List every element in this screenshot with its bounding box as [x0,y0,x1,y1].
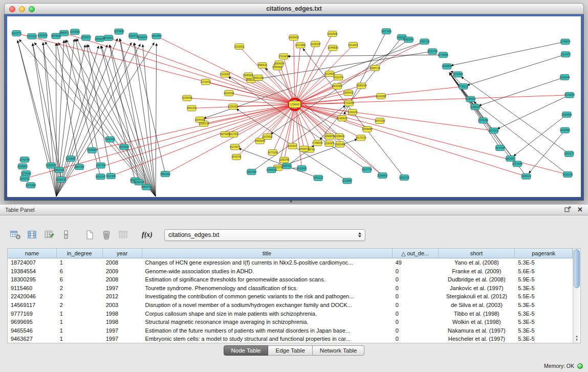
edge-red[interactable] [233,106,291,135]
graph-node[interactable]: 16017708 [362,167,373,172]
graph-node[interactable]: 18844704 [141,184,152,190]
graph-node[interactable]: 15422772 [11,31,22,36]
close-panel-icon[interactable]: ✕ [577,207,583,213]
graph-node[interactable]: 19585344 [356,83,367,89]
edge-black[interactable] [461,77,569,154]
graph-node[interactable]: 20921063 [403,37,414,42]
edge-red[interactable] [284,56,294,100]
graph-node[interactable]: 9517704 [96,163,105,168]
network-graph[interactable]: 1724045171222549191629167673292199300119… [7,16,581,197]
edge-black[interactable] [449,73,500,148]
graph-node[interactable]: 21630480 [560,127,571,133]
graph-node[interactable]: 20172729 [356,135,366,141]
graph-node[interactable]: 15153431 [296,165,307,171]
graph-node[interactable]: 17570703 [27,33,37,39]
tab-node-table[interactable]: Node Table [224,345,269,356]
graph-node[interactable]: 18934354 [274,61,285,67]
edge-black[interactable] [43,42,56,196]
graph-node[interactable]: 9886573 [59,30,69,36]
edge-black[interactable] [101,46,135,181]
graph-node[interactable]: 18252728 [399,174,410,180]
graph-node[interactable]: 13907667 [246,169,257,175]
float-panel-icon[interactable] [564,205,571,214]
graph-node[interactable]: 17814000 [278,54,289,59]
graph-node[interactable]: 17122254 [343,100,354,106]
graph-node[interactable]: 22746838 [438,52,449,58]
edge-black[interactable] [17,40,51,166]
graph-node[interactable]: 14598875 [324,134,335,139]
splitter-collapse-icon[interactable]: ▾ [290,199,292,204]
edge-red[interactable] [298,41,424,102]
edge-red[interactable] [284,108,294,160]
tab-network-table[interactable]: Network Table [313,345,365,356]
graph-node[interactable]: 20009820 [17,164,28,169]
graph-node[interactable]: 13941682 [70,29,80,35]
graph-node[interactable]: 13268401 [334,134,345,139]
graph-node[interactable]: 16697911 [281,163,292,169]
graph-node[interactable]: 14594475 [299,146,310,151]
graph-node[interactable]: 20675003 [119,144,129,150]
table-row[interactable]: 911546021997Tourette syndrome. Phenomeno… [8,284,573,293]
edge-black[interactable] [56,42,132,196]
graph-node[interactable]: 15957126 [370,65,381,71]
table-row[interactable]: 946554611997Estimation of the future num… [8,326,573,335]
graph-node[interactable]: 9274355 [495,145,505,151]
graph-node[interactable]: 11692538 [327,31,338,37]
column-header-year[interactable]: year [103,249,142,258]
column-header-name[interactable]: name [8,249,57,258]
graph-node[interactable]: 14001127 [313,175,324,181]
graph-node[interactable]: 11093755 [279,157,290,163]
graph-node[interactable]: 12963588 [561,112,572,118]
edge-black[interactable] [66,40,156,196]
table-scrollbar[interactable]: ▲▼ [573,249,580,343]
table-selector-dropdown[interactable]: citations_edges.txt [164,229,365,241]
graph-node[interactable]: 9580616 [258,62,267,68]
graph-node[interactable]: 21449530 [328,45,338,51]
graph-node[interactable]: 22614330 [54,167,64,173]
edge-black[interactable] [43,42,61,180]
scrollbar-thumb[interactable] [574,249,580,288]
graph-node[interactable]: 18414862 [151,33,162,39]
table-mode-icon[interactable] [9,229,21,241]
edge-red[interactable] [298,74,330,101]
edge-red[interactable] [204,105,291,124]
graph-node[interactable]: 9514293 [349,42,358,48]
graph-node[interactable]: 15396295 [56,177,67,183]
graph-node[interactable]: 15742788 [19,157,30,162]
graph-node[interactable]: 10719470 [201,79,211,85]
edge-black[interactable] [514,115,567,156]
graph-node[interactable]: 9951253 [187,105,197,111]
graph-node[interactable]: 16152511 [234,43,245,49]
graph-node[interactable]: 15271088 [512,161,523,167]
edge-black[interactable] [56,44,140,196]
graph-node[interactable]: 15976577 [81,35,92,40]
edge-black[interactable] [110,45,139,183]
graph-node[interactable]: 16767329 [375,118,385,124]
graph-node[interactable]: 11664615 [37,33,48,38]
graph-node[interactable]: 21261813 [228,104,238,110]
edge-red[interactable] [296,44,316,101]
graph-node[interactable]: 9011365 [106,173,116,179]
graph-node[interactable]: 17736231 [458,84,469,90]
table-row[interactable]: 946362711997Embryonic stem cells: a mode… [8,335,573,343]
create-column-icon[interactable] [43,229,55,241]
table-row[interactable]: 1456911722003Disruption of a novel membe… [8,301,573,310]
graph-node[interactable]: 14083436 [289,35,299,40]
column-header-out_degree[interactable]: △ out_de... [393,249,439,258]
close-window-button[interactable] [9,6,15,12]
edge-red[interactable] [298,77,338,102]
window-titlebar[interactable]: citations_edges.txt [4,3,584,14]
graph-node[interactable]: 12796679 [560,39,571,45]
edge-black[interactable] [88,45,156,196]
graph-node[interactable]: 10183356 [376,93,386,99]
graph-node[interactable]: 10273990 [453,72,464,77]
graph-node[interactable]: 19328584 [442,63,452,69]
graph-node[interactable]: 13534476 [343,90,354,96]
graph-node[interactable]: 17496005 [312,140,323,146]
graph-node[interactable]: 21993001 [337,116,347,121]
delete-icon[interactable] [100,229,113,241]
minimize-window-button[interactable] [19,6,25,12]
graph-node[interactable]: 13044309 [194,117,205,122]
graph-node[interactable]: 21610807 [220,72,231,77]
edge-red[interactable] [108,38,291,103]
